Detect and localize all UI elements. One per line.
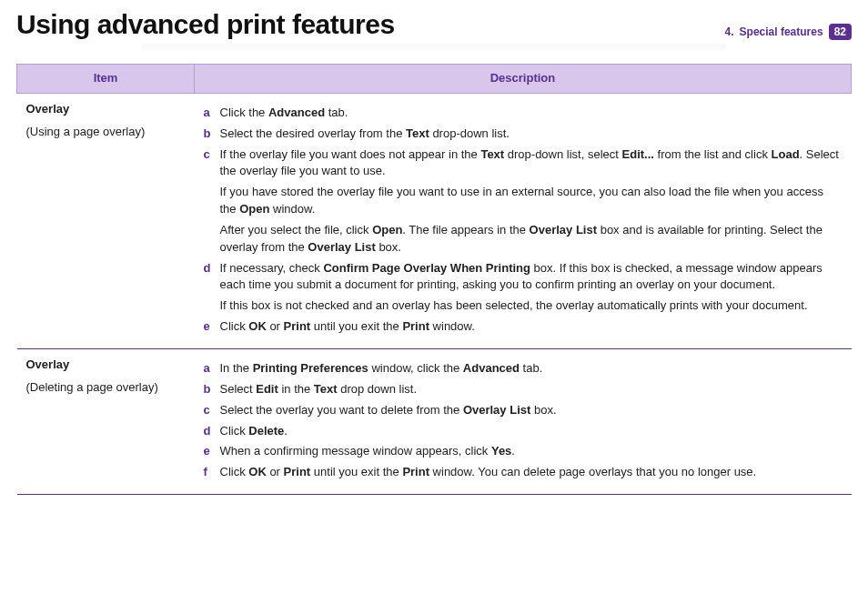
table-row: Overlay(Using a page overlay)Click the A…: [17, 93, 852, 348]
step-item: In the Printing Preferences window, clic…: [204, 360, 843, 377]
column-header-item: Item: [17, 65, 195, 94]
bold-term: Printing Preferences: [253, 361, 368, 375]
bold-term: OK: [248, 319, 267, 333]
step-item: Click OK or Print until you exit the Pri…: [204, 318, 843, 336]
table-header-row: Item Description: [17, 65, 852, 94]
item-cell: Overlay(Using a page overlay): [17, 93, 195, 348]
step-item: Click OK or Print until you exit the Pri…: [204, 464, 843, 481]
bold-term: Text: [314, 382, 338, 396]
description-cell: In the Printing Preferences window, clic…: [195, 348, 852, 494]
bold-term: OK: [248, 465, 267, 478]
bold-term: Confirm Page Overlay When Printing: [323, 261, 530, 275]
page-number: 82: [829, 24, 852, 40]
bold-term: Overlay List: [530, 223, 597, 237]
bold-term: Edit...: [622, 147, 654, 161]
step-continuation: If this box is not checked and an overla…: [220, 297, 843, 315]
table-row: Overlay(Deleting a page overlay)In the P…: [17, 348, 852, 494]
bold-term: Advanced: [268, 106, 325, 119]
bold-term: Yes: [491, 444, 511, 458]
page-header: Using advanced print features 4. Special…: [16, 9, 852, 42]
bold-term: Text: [480, 147, 504, 161]
step-list: In the Printing Preferences window, clic…: [204, 360, 843, 481]
column-header-description: Description: [195, 65, 852, 94]
item-cell: Overlay(Deleting a page overlay): [17, 348, 195, 494]
step-item: Click Delete.: [204, 423, 843, 440]
step-item: Select the desired overlay from the Text…: [204, 126, 843, 143]
document-page: Using advanced print features 4. Special…: [0, 0, 868, 614]
step-continuation: If you have stored the overlay file you …: [220, 184, 843, 218]
breadcrumb: 4. Special features 82: [725, 24, 852, 40]
step-list: Click the Advanced tab.Select the desire…: [204, 105, 843, 336]
header-divider: [142, 44, 727, 51]
bold-term: Text: [406, 126, 429, 140]
bold-term: Load: [772, 147, 800, 161]
bold-term: Edit: [256, 382, 278, 396]
item-subtitle: (Using a page overlay): [26, 125, 146, 138]
item-subtitle: (Deleting a page overlay): [26, 380, 158, 394]
description-cell: Click the Advanced tab.Select the desire…: [195, 93, 852, 348]
step-item: If necessary, check Confirm Page Overlay…: [204, 260, 843, 316]
bold-term: Overlay List: [463, 403, 530, 417]
bold-term: Print: [284, 465, 311, 478]
bold-term: Advanced: [463, 361, 520, 375]
bold-term: Print: [402, 465, 429, 478]
item-title: Overlay: [26, 357, 186, 374]
chapter-number: 4.: [725, 25, 734, 38]
bold-term: Delete: [248, 424, 284, 438]
item-title: Overlay: [26, 101, 186, 118]
step-continuation: After you select the file, click Open. T…: [220, 222, 843, 257]
bold-term: Open: [372, 223, 402, 237]
features-table: Item Description Overlay(Using a page ov…: [16, 64, 852, 495]
bold-term: Open: [239, 202, 269, 216]
step-item: When a confirming message window appears…: [204, 443, 843, 460]
chapter-label: Special features: [740, 25, 823, 38]
step-item: Select Edit in the Text drop down list.: [204, 381, 843, 398]
page-title: Using advanced print features: [16, 9, 395, 40]
step-item: Select the overlay you want to delete fr…: [204, 402, 843, 419]
step-item: If the overlay file you want does not ap…: [204, 146, 843, 257]
bold-term: Overlay List: [308, 240, 375, 254]
bold-term: Print: [284, 319, 311, 333]
bold-term: Print: [402, 319, 429, 333]
step-item: Click the Advanced tab.: [204, 105, 843, 122]
